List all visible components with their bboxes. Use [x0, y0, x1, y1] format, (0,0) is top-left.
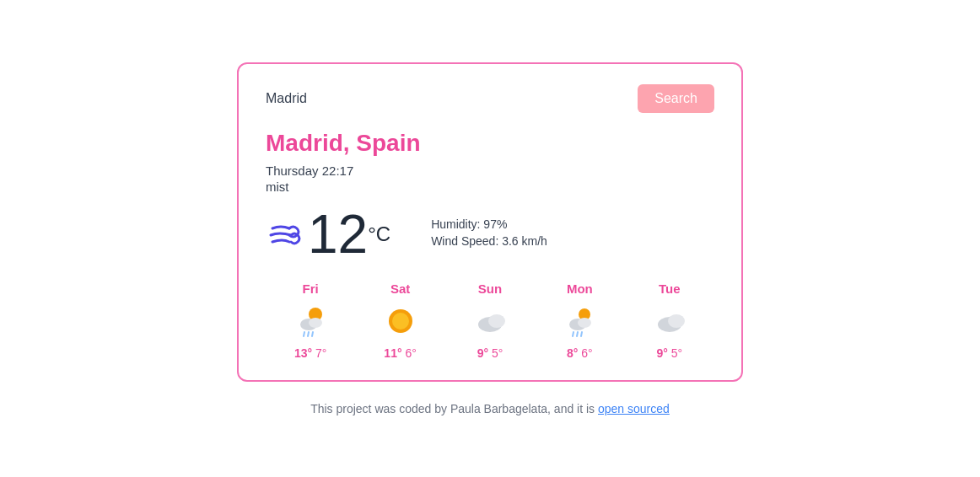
condition-text: mist — [266, 180, 714, 194]
svg-line-5 — [312, 332, 313, 336]
svg-point-9 — [488, 314, 505, 328]
forecast-day-sun: Sun 9° 5° — [471, 281, 509, 360]
forecast-low-sun: 5° — [492, 346, 503, 360]
svg-line-15 — [581, 332, 582, 336]
forecast-day-fri: Fri 13° 7° — [292, 281, 329, 360]
forecast-temps-tue: 9° 5° — [656, 346, 682, 360]
weather-card: Search Madrid, Spain Thursday 22:17 mist… — [237, 62, 743, 382]
forecast-high-tue: 9° — [656, 346, 667, 360]
wind-icon — [266, 213, 308, 255]
temperature: 12 — [308, 207, 368, 261]
svg-point-17 — [668, 314, 685, 328]
svg-point-2 — [309, 318, 322, 328]
footer: This project was coded by Paula Barbagel… — [310, 402, 670, 415]
forecast-temps-mon: 8° 6° — [567, 346, 593, 360]
forecast-high-sat: 11° — [384, 346, 401, 360]
forecast-temps-fri: 13° 7° — [294, 346, 326, 360]
search-row: Search — [266, 84, 714, 113]
forecast-low-tue: 5° — [671, 346, 682, 360]
forecast-low-fri: 7° — [315, 346, 326, 360]
datetime: Thursday 22:17 — [266, 163, 714, 178]
svg-line-13 — [573, 332, 573, 336]
forecast-high-mon: 8° — [567, 346, 578, 360]
forecast-high-sun: 9° — [477, 346, 488, 360]
svg-point-12 — [578, 318, 591, 328]
forecast-low-sat: 6° — [405, 346, 416, 360]
search-input[interactable] — [266, 88, 638, 110]
footer-link[interactable]: open sourced — [598, 402, 670, 415]
forecast-row: Fri 13° 7° Sat 11° — [266, 281, 714, 360]
svg-line-14 — [577, 332, 578, 336]
forecast-icon-sat — [382, 303, 419, 340]
svg-line-3 — [304, 332, 304, 336]
forecast-icon-tue — [651, 303, 688, 340]
day-label-fri: Fri — [303, 281, 319, 296]
day-label-sun: Sun — [478, 281, 502, 296]
day-label-tue: Tue — [659, 281, 681, 296]
forecast-day-mon: Mon 8° 6° — [561, 281, 598, 360]
forecast-day-sat: Sat 11° 6° — [382, 281, 419, 360]
temp-unit: °C — [368, 222, 390, 246]
forecast-temps-sun: 9° 5° — [477, 346, 503, 360]
forecast-icon-fri — [292, 303, 329, 340]
footer-text: This project was coded by Paula Barbagel… — [310, 402, 598, 415]
forecast-icon-mon — [561, 303, 598, 340]
current-weather: 12 °C Humidity: 97% Wind Speed: 3.6 km/h — [266, 207, 714, 261]
forecast-low-mon: 6° — [581, 346, 592, 360]
svg-line-4 — [308, 332, 309, 336]
forecast-day-tue: Tue 9° 5° — [651, 281, 688, 360]
humidity-text: Humidity: 97% — [431, 217, 547, 231]
search-button[interactable]: Search — [638, 84, 714, 113]
day-label-mon: Mon — [567, 281, 593, 296]
forecast-high-fri: 13° — [294, 346, 312, 360]
wind-speed-text: Wind Speed: 3.6 km/h — [431, 234, 547, 248]
svg-point-7 — [392, 313, 409, 330]
weather-details: Humidity: 97% Wind Speed: 3.6 km/h — [431, 217, 547, 251]
city-title: Madrid, Spain — [266, 130, 714, 157]
forecast-temps-sat: 11° 6° — [384, 346, 416, 360]
day-label-sat: Sat — [390, 281, 410, 296]
forecast-icon-sun — [471, 303, 509, 340]
